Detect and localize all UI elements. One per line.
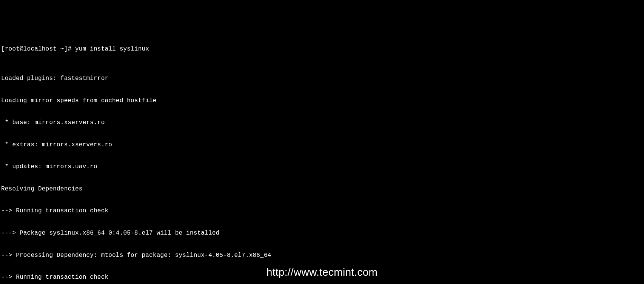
output-line: * base: mirrors.xservers.ro xyxy=(1,119,643,127)
shell-prompt-line: [root@localhost ~]# yum install syslinux xyxy=(1,46,643,53)
output-line: --> Processing Dependency: mtools for pa… xyxy=(1,252,643,259)
output-line: * updates: mirrors.uav.ro xyxy=(1,163,643,171)
output-line: * extras: mirrors.xservers.ro xyxy=(1,141,643,149)
output-line: Resolving Dependencies xyxy=(1,186,643,193)
shell-command: yum install syslinux xyxy=(75,46,149,52)
watermark-url: http://www.tecmint.com xyxy=(0,266,644,279)
output-line: --> Running transaction check xyxy=(1,207,643,215)
output-line: ---> Package syslinux.x86_64 0:4.05-8.el… xyxy=(1,230,643,237)
output-line: Loaded plugins: fastestmirror xyxy=(1,75,643,83)
shell-prompt: [root@localhost ~]# xyxy=(1,46,75,52)
terminal-output[interactable]: [root@localhost ~]# yum install syslinux… xyxy=(0,29,644,284)
output-line: Loading mirror speeds from cached hostfi… xyxy=(1,97,643,105)
